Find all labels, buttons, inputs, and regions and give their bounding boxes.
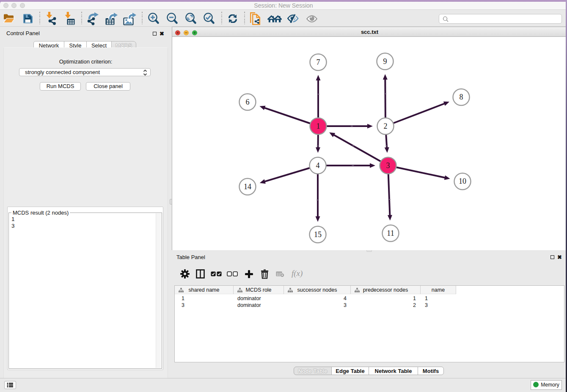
svg-text:10: 10 [459, 177, 466, 185]
svg-text:11: 11 [387, 229, 394, 237]
svg-text:14: 14 [244, 182, 251, 191]
svg-text:6: 6 [246, 98, 250, 106]
svg-text:8: 8 [460, 93, 463, 101]
svg-text:9: 9 [383, 57, 387, 66]
svg-text:2: 2 [384, 122, 388, 130]
svg-text:3: 3 [386, 161, 390, 170]
svg-text:15: 15 [314, 230, 322, 239]
svg-text:4: 4 [316, 161, 320, 170]
svg-text:7: 7 [317, 58, 320, 66]
svg-text:1: 1 [317, 122, 320, 130]
